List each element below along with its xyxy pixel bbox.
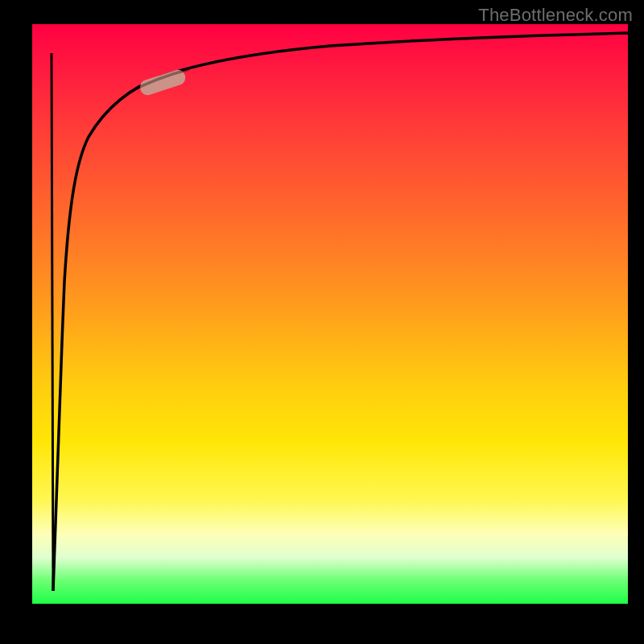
attribution-text: TheBottleneck.com [478,5,633,26]
x-axis-band [0,604,644,644]
initial-drop-path [52,53,53,591]
curve-layer [32,24,628,604]
bottleneck-curve-path [53,33,628,591]
y-axis-band [0,24,32,604]
plot-area [32,24,628,604]
chart-container: TheBottleneck.com [0,0,644,644]
